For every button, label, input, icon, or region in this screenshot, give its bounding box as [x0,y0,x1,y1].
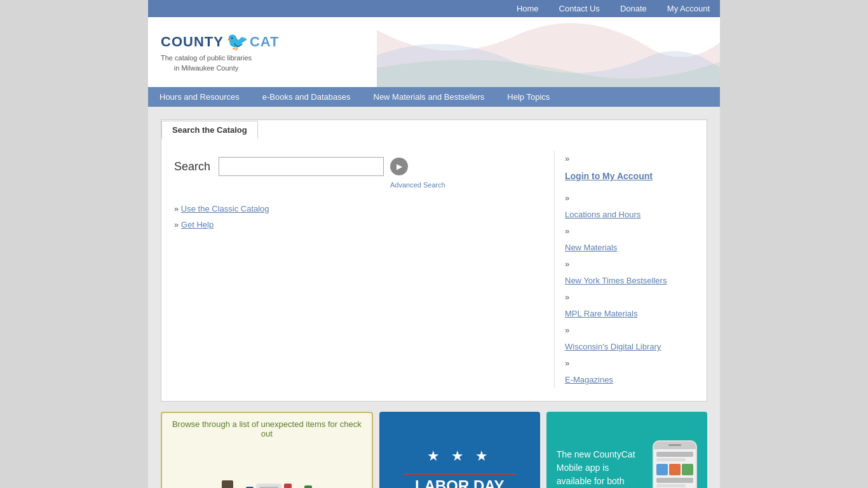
login-link[interactable]: Login to My Account [565,167,694,185]
get-help-link[interactable]: Get Help [181,220,214,229]
nav-newmaterials[interactable]: New Materials and Bestsellers [362,87,496,107]
sidebar-locations[interactable]: Locations and Hours [565,207,694,223]
sidebar-wi-digital[interactable]: Wisconsin's Digital Library [565,339,694,355]
header-wave-decoration [377,17,720,87]
search-input[interactable] [219,157,384,176]
classic-catalog-link[interactable]: Use the Classic Catalog [181,204,269,214]
sidebar-mpl-rare[interactable]: MPL Rare Materials [565,306,694,322]
logo: COUNTY 🐦 CAT The catalog of public libra… [161,31,279,73]
banner-library-of-things[interactable]: Browse through a list of unexpected item… [161,412,373,488]
header-tagline: The catalog of public libraries in Milwa… [161,53,252,73]
topbar-contact[interactable]: Contact Us [549,0,610,17]
topbar-donate[interactable]: Donate [610,0,657,17]
search-section: Search the Catalog Search ▶ Advanced Sea… [161,119,707,402]
nav-ebooks[interactable]: e-Books and Databases [251,87,362,107]
labor-title: LABOR DAY [415,477,504,488]
search-play-icon: ▶ [390,158,408,175]
search-tab: Search the Catalog [161,121,258,139]
topbar: Home Contact Us Donate My Account [148,0,720,17]
sidebar-emagazines[interactable]: E-Magazines [565,372,694,388]
search-links: » Use the Classic Catalog » Get Help [174,201,544,233]
banner-mobile-app[interactable]: The new CountyCat Mobile app is availabl… [546,412,707,488]
nav-hours[interactable]: Hours and Resources [148,87,251,107]
labor-stars-icon: ★ ★ ★ [427,448,492,464]
banner-lot-subtitle: Browse through a list of unexpected item… [168,419,365,438]
labor-divider-top [403,473,516,475]
app-phone-mockup [653,440,697,489]
topbar-home[interactable]: Home [506,0,549,17]
banner-labor-day[interactable]: ★ ★ ★ LABOR DAY HOLIDAY HOURS [379,412,540,488]
app-description: The new CountyCat Mobile app is availabl… [557,448,646,488]
logo-county: COUNTY [161,34,224,50]
navbar: Hours and Resources e-Books and Database… [148,87,720,107]
search-left-panel: Search ▶ Advanced Search » Use the Class… [174,151,544,388]
nav-help[interactable]: Help Topics [496,87,561,107]
logo-cat: CAT [250,34,280,50]
banners-section: Browse through a list of unexpected item… [161,412,707,488]
topbar-myaccount[interactable]: My Account [657,0,720,17]
lot-illustration [168,442,365,488]
sidebar-nyt-bestsellers[interactable]: New York Times Bestsellers [565,273,694,289]
logo-bird-icon: 🐦 [226,31,248,52]
main-content: Search the Catalog Search ▶ Advanced Sea… [148,107,720,488]
advanced-search-link[interactable]: Advanced Search [390,181,445,189]
search-label: Search [174,160,212,173]
sidebar-new-materials[interactable]: New Materials [565,240,694,256]
sidebar-links: » Login to My Account » Locations and Ho… [554,151,694,388]
search-button[interactable]: ▶ [390,158,408,175]
header: COUNTY 🐦 CAT The catalog of public libra… [148,17,720,87]
